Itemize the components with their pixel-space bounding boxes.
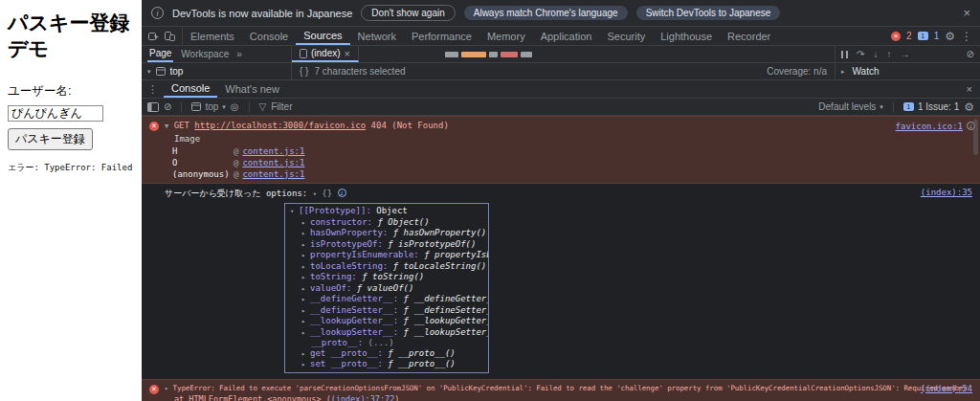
setter-row[interactable]: ▸set __proto__: ƒ __proto__() — [301, 359, 488, 370]
file-tab-close-icon[interactable]: × — [345, 48, 350, 59]
context-frame-icon — [191, 102, 201, 111]
tab-recorder[interactable]: Recorder — [720, 27, 778, 45]
match-language-button[interactable]: Always match Chrome's language — [464, 6, 628, 20]
deactivate-breakpoints-icon[interactable]: ⊘ — [967, 49, 974, 59]
member-value: ƒ toLocaleString() — [393, 261, 487, 271]
stack-function: (anonymous) — [172, 168, 234, 180]
drawer-close-icon[interactable]: × — [959, 80, 980, 98]
step-out-icon[interactable]: ↑ — [886, 49, 891, 59]
more-options-kebab-icon[interactable]: ⋮ — [961, 30, 972, 43]
inspect-icon[interactable] — [147, 30, 160, 42]
navigator-tab-page[interactable]: Page — [147, 46, 173, 62]
object-preview: {} — [322, 189, 332, 198]
stack-source-link[interactable]: content.js:1 — [242, 169, 304, 179]
passkey-register-button[interactable]: パスキー登録 — [8, 128, 93, 150]
console-scrollbar[interactable] — [973, 119, 978, 155]
error-badge-icon[interactable]: × — [891, 32, 901, 41]
editor-tab-strip: (index) × — [292, 46, 835, 62]
context-dropdown-icon: ▾ — [222, 103, 226, 111]
sources-navigator-tabs: Page Workspace » — [142, 46, 292, 62]
settings-gear-icon[interactable]: ⚙ — [945, 30, 955, 43]
tab-memory[interactable]: Memory — [479, 27, 533, 45]
console-filter-input[interactable] — [271, 101, 813, 112]
username-input[interactable] — [8, 105, 103, 122]
object-member-row[interactable]: ▸__defineGetter__: ƒ __defineGetter__() — [301, 294, 488, 305]
toolbar-separator — [249, 101, 250, 113]
issues-badge-icon[interactable]: 1 — [918, 32, 928, 40]
pretty-print-icon[interactable]: { } — [300, 66, 308, 77]
frame-icon — [156, 67, 166, 76]
stack-source-link[interactable]: (index):37:72 — [331, 394, 395, 401]
getter-row[interactable]: ▸get __proto__: ƒ __proto__() — [301, 348, 488, 360]
screen: パスキー登録 デモ ユーザー名: パスキー登録 エラー: TypeError: … — [0, 0, 980, 401]
live-expression-eye-icon[interactable]: ◎ — [231, 101, 239, 112]
infobar-close-icon[interactable]: × — [963, 6, 970, 20]
tab-lighthouse[interactable]: Lighthouse — [653, 27, 720, 45]
source-link[interactable]: (index):54 — [921, 383, 972, 395]
step-icon[interactable]: → — [900, 49, 909, 59]
tab-performance[interactable]: Performance — [404, 27, 479, 45]
prototype-row[interactable]: ▾[[Prototype]]: Object — [290, 206, 488, 217]
request-url-link[interactable]: http://localhost:3000/favicon.ico — [194, 121, 366, 130]
issues-chip-icon: 1 — [903, 102, 914, 111]
tree-expand-icon[interactable]: ▾ — [147, 68, 151, 76]
stack-source-link[interactable]: content.js:1 — [242, 146, 304, 156]
dont-show-again-button[interactable]: Don't show again — [361, 5, 455, 21]
tab-elements[interactable]: Elements — [183, 27, 242, 45]
member-name: toString: — [310, 272, 357, 281]
expand-icon: ▸ — [301, 328, 310, 339]
page-title-line2: デモ — [8, 37, 49, 59]
step-into-icon[interactable]: ↓ — [873, 49, 878, 59]
issues-counter[interactable]: 1 1 Issue: 1 — [903, 101, 959, 112]
member-value: ƒ valueOf() — [357, 283, 414, 293]
pause-script-icon[interactable] — [841, 51, 848, 58]
navigator-overflow-icon[interactable]: » — [236, 49, 242, 59]
drawer-tab-console[interactable]: Console — [164, 80, 217, 98]
log-levels-dropdown[interactable]: Default levels ▾ — [818, 101, 883, 112]
step-over-icon[interactable]: ↷ — [857, 49, 864, 59]
console-context-selector[interactable]: top ▾ — [191, 101, 225, 112]
console-sidebar-icon[interactable] — [147, 102, 159, 112]
drawer-kebab-icon[interactable]: ⋮ — [142, 80, 164, 98]
tab-console[interactable]: Console — [242, 27, 296, 45]
tab-application[interactable]: Application — [533, 27, 600, 45]
object-member-row[interactable]: ▸__lookupSetter__: ƒ __lookupSetter__() — [301, 327, 488, 339]
object-member-row[interactable]: ▸toLocaleString: ƒ toLocaleString() — [301, 261, 488, 273]
expand-icon[interactable]: ▼ — [165, 123, 168, 130]
member-name: constructor: — [310, 217, 372, 227]
switch-japanese-button[interactable]: Switch DevTools to Japanese — [636, 6, 781, 20]
drawer-tab-whats-new[interactable]: What's new — [217, 80, 287, 98]
object-member-row[interactable]: ▸valueOf: ƒ valueOf() — [301, 283, 488, 295]
tab-sources[interactable]: Sources — [296, 27, 349, 45]
source-link[interactable]: (index):35 — [921, 188, 972, 197]
file-tab-index[interactable]: (index) × — [292, 46, 359, 62]
object-member-row[interactable]: ▸hasOwnProperty: ƒ hasOwnProperty() — [301, 228, 488, 239]
object-member-row[interactable]: ▸__lookupGetter__: ƒ __lookupGetter__() — [301, 316, 488, 327]
proto-plain-row[interactable]: __proto__: (...) — [311, 338, 488, 348]
tab-network[interactable]: Network — [350, 27, 404, 45]
log-text: サーバーから受け取った options: — [165, 189, 313, 198]
clear-console-icon[interactable]: ⊘ — [164, 101, 171, 112]
coverage-status[interactable]: Coverage: n/a — [767, 66, 827, 77]
tab-security[interactable]: Security — [599, 27, 653, 45]
typeerror-message[interactable]: ▸ TypeError: Failed to execute 'parseCre… — [165, 383, 972, 394]
object-member-row[interactable]: ▸constructor: ƒ Object() — [301, 217, 488, 229]
request-status: 404 (Not Found) — [366, 121, 449, 130]
object-member-row[interactable]: ▸__defineSetter__: ƒ __defineSetter__() — [301, 305, 488, 317]
filter-funnel-icon: ▽ — [259, 101, 267, 112]
device-toolbar-icon[interactable] — [164, 31, 176, 42]
tree-item-top[interactable]: ▾ top — [147, 66, 183, 77]
watch-expand-icon[interactable]: ▸ — [841, 68, 845, 76]
object-member-row[interactable]: ▸isPrototypeOf: ƒ isPrototypeOf() — [301, 239, 488, 251]
object-member-row[interactable]: ▸toString: ƒ toString() — [301, 272, 488, 283]
object-member-row[interactable]: ▸propertyIsEnumerable: ƒ propertyIsEnume… — [301, 250, 488, 261]
object-tree: ▾[[Prototype]]: Object ▸constructor: ƒ O… — [284, 203, 489, 373]
stack-source-link[interactable]: content.js:1 — [242, 158, 304, 167]
sources-header-row: Page Workspace » (index) × — [142, 46, 980, 63]
typeerror-stack-line: at HTMLFormElement.<anonymous> ((index):… — [174, 394, 972, 401]
member-name: __proto__: — [311, 338, 363, 347]
object-expand-icon[interactable]: ▾ — [313, 190, 317, 198]
navigator-tab-workspace[interactable]: Workspace — [179, 46, 231, 62]
source-link[interactable]: favicon.ico:1 — [896, 121, 963, 133]
console-settings-gear-icon[interactable]: ⚙ — [964, 100, 974, 114]
